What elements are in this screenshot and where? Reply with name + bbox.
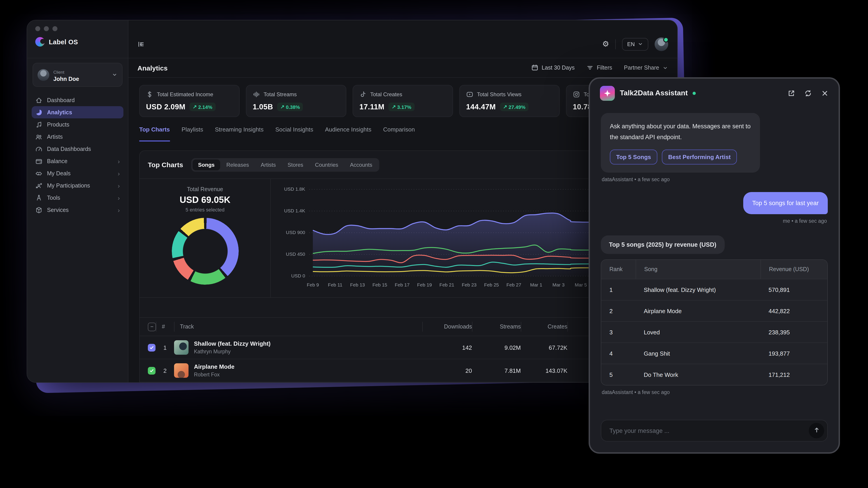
revenue-donut-chart[interactable] [172,218,239,285]
page-header: Analytics Last 30 Days Filters Partner S… [128,58,677,78]
client-label: Client [53,70,64,74]
assistant-table-title: Top 5 songs (2025) by revenue (USD) [601,236,724,254]
sidebar-header: Label OS [27,20,128,58]
pie-icon [35,109,42,116]
user-avatar[interactable] [655,37,668,51]
brand-name: Label OS [49,38,78,45]
stat-card-total-creates[interactable]: Total Creates17.11M↗3.17% [352,85,453,117]
chevron-down-icon [112,72,118,78]
wallet-icon [35,158,42,165]
stat-delta: 3.17% [397,104,411,109]
sidebar-item-label: Artists [47,133,120,140]
suggestion-top-5-songs[interactable]: Top 5 Songs [610,150,657,165]
close-icon[interactable] [821,89,829,97]
gauge-icon [35,145,42,153]
chat-revenue: 442,822 [761,308,827,315]
sidebar-item-dashboard[interactable]: Dashboard [32,94,123,106]
tab-audience-insights[interactable]: Audience Insights [325,126,371,141]
refresh-icon[interactable] [804,89,812,97]
table-row[interactable]: 2Airplane ModeRobert Fox207.81M143.07K93… [140,359,666,382]
gear-icon[interactable]: ⚙ [602,40,609,48]
date-range-button[interactable]: Last 30 Days [531,64,575,71]
segment-artists[interactable]: Artists [255,159,281,170]
home-icon [35,96,42,104]
calendar-icon [531,64,538,71]
track-streams: 7.81M [472,367,521,374]
tab-social-insights[interactable]: Social Insights [275,126,313,141]
message-input[interactable] [609,427,809,434]
sidebar-item-products[interactable]: Products [32,119,123,131]
row-checkbox[interactable] [148,367,156,375]
segment-releases[interactable]: Releases [221,159,254,170]
tiktok-icon [360,91,367,98]
sidebar-item-data-dashboards[interactable]: Data Dashboards [32,143,123,155]
track-artist: Robert Fox [194,371,235,378]
track-title: Shallow (feat. Dizzy Wright) [194,340,271,348]
filters-button[interactable]: Filters [586,64,612,71]
chat-column-song: Song [636,260,761,279]
stat-card-total-streams[interactable]: Total Streams1.05B↗0.38% [246,85,346,117]
segment-songs[interactable]: Songs [193,159,220,170]
suggestion-best-performing-artist[interactable]: Best Performing Artist [662,150,737,165]
assistant-logo-icon [600,86,615,101]
stat-card-total-estimated-income[interactable]: Total Estimated IncomeUSD 2.09M↗2.14% [139,85,240,117]
stat-delta: 27.49% [508,104,526,109]
arrow-up-right-icon: ↗ [280,104,284,110]
tab-streaming-insights[interactable]: Streaming Insights [215,126,264,141]
select-all-checkbox[interactable]: − [148,322,156,331]
tracks-table-header: −#TrackDownloadsStreamsCreatesViewsReven… [140,317,666,336]
top-charts-header: Top Charts SongsReleasesArtistsStoresCou… [140,151,666,179]
donut-title: Total Revenue [140,186,270,193]
language-selector[interactable]: EN [622,38,648,51]
y-axis-tick: USD 900 [273,230,305,235]
track-rank: 2 [156,367,174,374]
tab-top-charts[interactable]: Top Charts [139,126,170,141]
segment-countries[interactable]: Countries [310,159,344,170]
shorts-icon [466,91,473,98]
page-title: Analytics [137,64,167,72]
sidebar-item-my-deals[interactable]: My Deals› [32,167,123,180]
partner-share-label: Partner Share [624,65,659,71]
tab-playlists[interactable]: Playlists [182,126,203,141]
partner-share-dropdown[interactable]: Partner Share [624,65,668,71]
column-header-downloads: Downloads [422,322,472,332]
segment-stores[interactable]: Stores [282,159,309,170]
top-charts-panel: Top Charts SongsReleasesArtistsStoresCou… [139,151,666,382]
tab-comparison[interactable]: Comparison [383,126,415,141]
chat-messages[interactable]: Ask anything about your data. Messages a… [590,107,839,414]
send-button[interactable] [809,423,824,438]
sidebar-item-my-participations[interactable]: My Participations› [32,180,123,192]
sidebar-item-services[interactable]: Services› [32,204,123,216]
table-row[interactable]: 1Shallow (feat. Dizzy Wright)Kathryn Mur… [140,336,666,359]
sidebar-item-label: Analytics [47,109,120,116]
window-controls[interactable] [35,26,121,31]
tracks-table: −#TrackDownloadsStreamsCreatesViewsReven… [140,317,666,382]
sidebar-item-label: My Deals [47,170,113,176]
desktop: Label OS Client John Doe DashboardAnalyt… [0,0,868,488]
track-downloads: 20 [422,367,472,374]
users-icon [35,133,42,140]
chevron-down-icon [638,41,643,47]
donut-total-value: USD 69.05K [140,195,270,205]
assistant-result-table: RankSongRevenue (USD)1Shallow (feat. Diz… [601,260,828,386]
sidebar-item-analytics[interactable]: Analytics [32,106,123,119]
segment-accounts[interactable]: Accounts [344,159,378,170]
filters-label: Filters [597,65,612,71]
popout-icon[interactable] [787,89,795,97]
sidebar-item-artists[interactable]: Artists [32,131,123,143]
online-status-dot [663,37,669,42]
sidebar-item-balance[interactable]: Balance› [32,155,123,167]
chat-table-row: 4Gang Shit193,877 [601,343,827,364]
arrow-up-right-icon: ↗ [193,104,197,110]
column-header-creates: Creates [521,322,567,332]
collapse-sidebar-icon[interactable] [137,40,145,48]
handshake-icon [35,170,42,177]
stat-label: Total Creates [370,91,402,98]
client-selector[interactable]: Client John Doe [33,63,123,87]
stat-card-total-shorts-views[interactable]: Total Shorts Views144.47M↗27.49% [459,85,560,117]
app-window: Label OS Client John Doe DashboardAnalyt… [27,20,678,383]
table-toolbar [140,298,666,317]
row-checkbox[interactable] [148,344,156,351]
sidebar-item-tools[interactable]: Tools› [32,192,123,204]
stat-value: 144.47M [466,103,496,111]
